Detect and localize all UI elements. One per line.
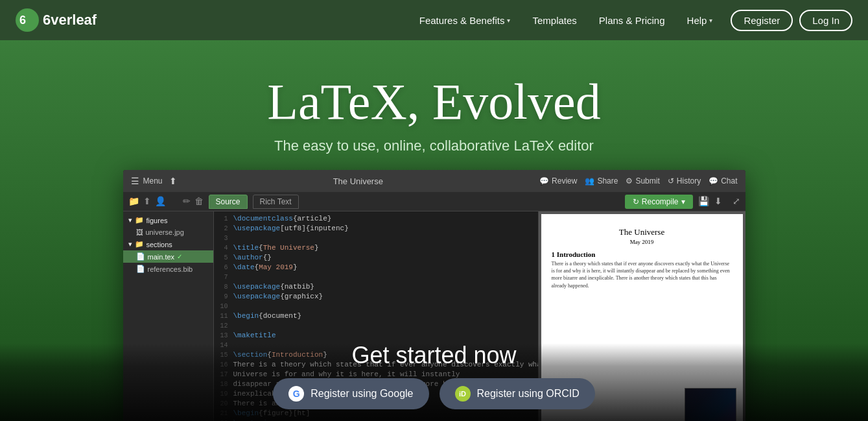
submit-icon: ⚙ [626,176,633,186]
expand-icon: ⤢ [733,196,740,207]
history-button[interactable]: ↺ History [668,176,701,186]
recompile-button[interactable]: ↻ Recompile ▾ [625,195,693,209]
code-line-6: 6\date{May 2019} [214,263,538,272]
code-line-1: 1\documentclass{article} [214,214,538,224]
folder-figures[interactable]: ▾ 📁 figures [123,214,213,226]
review-button[interactable]: 💬 Review [539,176,577,186]
code-line-13: 13\maketitle [214,331,538,341]
navbar-links: Features & Benefits ▾ Templates Plans & … [410,10,852,31]
pdf-title: The Universe [552,227,733,237]
file-label: references.bib [148,265,193,273]
pdf-section-title: 1 Introduction [552,250,733,258]
dropdown-arrow: ▾ [681,197,685,206]
menu-icon: ☰ [131,176,139,186]
richtext-tab[interactable]: Rich Text [253,195,299,209]
login-button[interactable]: Log In [799,10,852,31]
register-orcid-label: Register using ORCID [477,388,580,400]
code-line-8: 8\usepackage{natbib} [214,282,538,292]
file-universe-jpg[interactable]: 🖼 universe.jpg [123,226,213,238]
register-orcid-button[interactable]: iD Register using ORCID [440,378,595,409]
share-icon: 👥 [585,176,594,186]
submit-button[interactable]: ⚙ Submit [626,176,659,186]
editor-topbar: ☰ Menu ⬆ The Universe 💬 Review 👥 Share ⚙… [123,170,745,192]
code-line-2: 2\usepackage[utf8]{inputenc} [214,224,538,234]
chevron-down-icon: ▾ [507,17,510,24]
editor-document-title: The Universe [187,176,530,186]
file-icon: 📄 [136,265,145,273]
upload-file-icon: ⬆ [143,196,151,207]
chevron-icon: ▾ [128,240,132,248]
folder-sections[interactable]: ▾ 📁 sections [123,238,213,250]
nav-templates[interactable]: Templates [523,10,585,31]
chat-icon: 💬 [709,176,718,186]
hero-text: LaTeX, Evolved The easy to use, online, … [267,40,600,154]
code-line-9: 9\usepackage{graphicx} [214,292,538,302]
edit-icon: ✏ [183,196,191,207]
get-started-overlay: Get started now G Register using Google … [0,343,868,421]
chevron-icon: ▾ [128,216,132,224]
google-icon: G [288,386,304,402]
code-line-10: 10 [214,302,538,311]
source-tab[interactable]: Source [209,195,248,209]
menu-label: Menu [143,176,163,186]
chat-button[interactable]: 💬 Chat [709,176,737,186]
share-button[interactable]: 👥 Share [585,176,618,186]
editor-secondbar: 📁 ⬆ 👤 ✏ 🗑 Source Rich Text ↻ Recompile ▾… [123,192,745,211]
folder-label: figures [147,217,168,224]
code-line-12: 12 [214,321,538,331]
file-label: main.tex [148,253,175,261]
code-line-11: 11\begin{document} [214,311,538,321]
review-icon: 💬 [539,176,549,186]
chevron-down-icon: ▾ [709,17,712,24]
folder-label: sections [147,241,172,248]
download-icon: ⬇ [714,196,722,207]
menu-button[interactable]: ☰ Menu ⬆ [131,176,177,186]
logo-icon: 6 [16,8,39,32]
register-google-button[interactable]: G Register using Google [273,378,428,409]
save-icon: 💾 [698,196,709,207]
get-started-title: Get started now [351,342,516,369]
nav-features[interactable]: Features & Benefits ▾ [410,10,520,31]
image-icon: 🖼 [136,228,143,236]
hero-subtitle: The easy to use, online, collaborative L… [267,138,600,154]
pdf-date: May 2019 [552,239,733,245]
navbar: 6 6verleaf Features & Benefits ▾ Templat… [0,0,868,40]
svg-text:6: 6 [19,14,26,27]
delete-icon: 🗑 [194,197,204,207]
nav-help[interactable]: Help ▾ [678,10,722,31]
file-main-tex[interactable]: 📄 main.tex ✓ [123,250,213,263]
toolbar-icons: 📁 ⬆ 👤 ✏ 🗑 [128,196,204,207]
register-buttons: G Register using Google iD Register usin… [273,378,595,409]
logo[interactable]: 6 6verleaf [16,8,97,32]
topbar-actions: 💬 Review 👥 Share ⚙ Submit ↺ History 💬 [539,176,737,186]
history-icon: ↺ [668,176,674,186]
file-label: universe.jpg [146,228,184,236]
code-line-4: 4\title{The Universe} [214,243,538,253]
hero-section: LaTeX, Evolved The easy to use, online, … [0,40,868,421]
person-icon: 👤 [155,196,166,207]
secondbar-right: ↻ Recompile ▾ 💾 ⬇ ⤢ [625,195,740,209]
folder-icon: 📁 [135,240,144,248]
register-google-label: Register using Google [311,388,413,400]
register-button[interactable]: Register [731,10,793,31]
logo-text: 6verleaf [43,12,97,29]
nav-pricing[interactable]: Plans & Pricing [590,10,674,31]
code-line-3: 3 [214,234,538,243]
check-icon: ✓ [177,253,182,260]
code-line-5: 5\author{} [214,253,538,263]
code-line-7: 7 [214,272,538,282]
folder-icon: 📁 [135,216,144,224]
folder-icon: 📁 [128,196,139,207]
pdf-body: There is a theory which states that if e… [552,260,733,289]
upload-icon: ⬆ [169,176,177,186]
refresh-icon: ↻ [633,197,639,206]
hero-title: LaTeX, Evolved [267,74,600,130]
file-icon: 📄 [136,252,145,261]
orcid-icon: iD [455,386,471,402]
file-references-bib[interactable]: 📄 references.bib [123,263,213,275]
